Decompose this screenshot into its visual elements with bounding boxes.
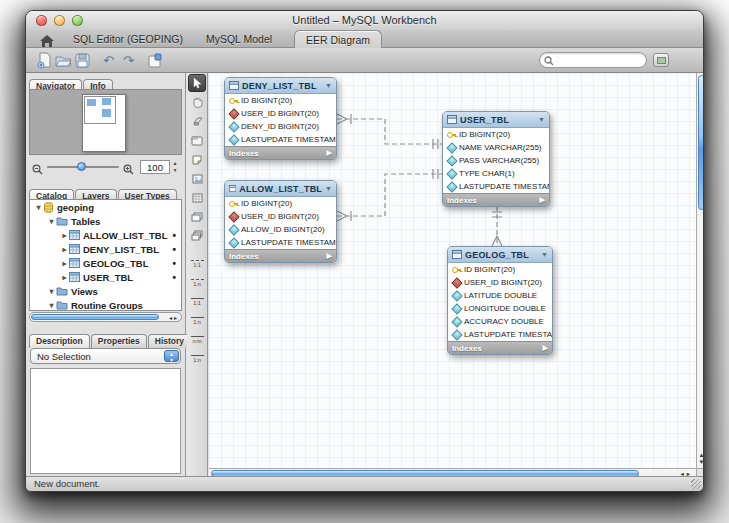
tree-item-views[interactable]: ▾ Views bbox=[30, 284, 181, 298]
open-model-icon[interactable] bbox=[55, 52, 72, 69]
column-row[interactable]: LASTUPDATE TIMESTAMP bbox=[443, 180, 549, 193]
expand-icon[interactable]: ▶ bbox=[543, 344, 548, 352]
collapse-icon[interactable]: ▼ bbox=[325, 185, 332, 192]
expand-icon[interactable]: ▶ bbox=[540, 196, 545, 204]
zoom-out-icon[interactable] bbox=[32, 161, 43, 179]
column-row[interactable]: USER_ID BIGINT(20) bbox=[448, 276, 552, 289]
home-icon[interactable] bbox=[40, 33, 54, 45]
column-row[interactable]: LASTUPDATE TIMESTAMP bbox=[225, 236, 336, 249]
column-row[interactable]: ID BIGINT(20) bbox=[225, 94, 336, 107]
resize-grip-icon[interactable] bbox=[691, 479, 701, 489]
tree-item-routine-groups[interactable]: ▾ Routine Groups bbox=[30, 298, 181, 311]
scrollbar-arrows[interactable]: ◂▸ bbox=[169, 314, 179, 321]
column-row[interactable]: USER_ID BIGINT(20) bbox=[225, 210, 336, 223]
tree-item-table[interactable]: ▸ USER_TBL • bbox=[30, 270, 181, 284]
tab-description[interactable]: Description bbox=[29, 334, 90, 348]
rel-1to1-id-tool[interactable]: 1:1 bbox=[188, 293, 207, 310]
search-field[interactable] bbox=[539, 52, 647, 68]
tab-properties[interactable]: Properties bbox=[91, 334, 147, 348]
tree-item-tables[interactable]: ▾ Tables bbox=[30, 214, 181, 228]
column-row[interactable]: ID BIGINT(20) bbox=[448, 263, 552, 276]
column-row[interactable]: DENY_ID BIGINT(20) bbox=[225, 120, 336, 133]
routine-group-tool[interactable] bbox=[188, 227, 207, 244]
column-row[interactable]: ID BIGINT(20) bbox=[443, 128, 549, 141]
scrollbar-thumb[interactable] bbox=[698, 75, 704, 210]
zoom-slider-knob[interactable] bbox=[77, 162, 86, 171]
catalog-horizontal-scrollbar[interactable]: ◂▸ bbox=[29, 312, 182, 322]
table-header[interactable]: GEOLOG_TBL ▼ bbox=[448, 247, 552, 263]
tree-item-table[interactable]: ▸ ALLOW_LIST_TBL • bbox=[30, 228, 181, 242]
collapse-icon[interactable]: ▼ bbox=[325, 82, 332, 89]
search-input[interactable] bbox=[556, 54, 642, 66]
table-figure-deny-list[interactable]: DENY_LIST_TBL ▼ ID BIGINT(20) USER_ID BI… bbox=[224, 77, 337, 160]
expand-icon[interactable]: ▶ bbox=[327, 252, 332, 260]
zoom-in-icon[interactable] bbox=[123, 161, 134, 179]
tab-mysql-model[interactable]: MySQL Model bbox=[194, 30, 284, 48]
disclosure-closed-icon[interactable]: ▸ bbox=[60, 231, 69, 240]
redo-icon[interactable]: ↷ bbox=[120, 52, 137, 69]
layer-tool[interactable] bbox=[188, 132, 207, 149]
view-tool[interactable] bbox=[188, 208, 207, 225]
table-tool[interactable] bbox=[188, 189, 207, 206]
rel-1ton-existing-tool[interactable]: 1:n bbox=[188, 350, 207, 367]
column-row[interactable]: LASTUPDATE TIMESTAMP bbox=[225, 133, 336, 146]
hand-tool[interactable] bbox=[188, 94, 207, 111]
scrollbar-arrows[interactable]: ▲▼ bbox=[697, 452, 704, 466]
zoom-slider[interactable] bbox=[47, 166, 119, 168]
disclosure-closed-icon[interactable]: ▸ bbox=[60, 273, 69, 282]
tab-history[interactable]: History bbox=[148, 334, 191, 348]
new-document-icon[interactable] bbox=[36, 52, 53, 69]
indexes-bar[interactable]: Indexes▶ bbox=[443, 193, 549, 206]
column-row[interactable]: PASS VARCHAR(255) bbox=[443, 154, 549, 167]
save-model-icon[interactable] bbox=[74, 52, 91, 69]
table-figure-user[interactable]: USER_TBL ▼ ID BIGINT(20) NAME VARCHAR(25… bbox=[442, 111, 550, 207]
column-row[interactable]: USER_ID BIGINT(20) bbox=[225, 107, 336, 120]
indexes-bar[interactable]: Indexes▶ bbox=[225, 146, 336, 159]
table-header[interactable]: ALLOW_LIST_TBL ▼ bbox=[225, 181, 336, 197]
note-tool[interactable] bbox=[188, 151, 207, 168]
rel-1to1-nonid-tool[interactable]: 1:1 bbox=[188, 255, 207, 272]
rel-ntom-tool[interactable]: n:m bbox=[188, 331, 207, 348]
collapse-icon[interactable]: ▼ bbox=[538, 116, 545, 123]
column-row[interactable]: ACCURACY DOUBLE bbox=[448, 315, 552, 328]
indexes-bar[interactable]: Indexes▶ bbox=[225, 249, 336, 262]
column-row[interactable]: ID BIGINT(20) bbox=[225, 197, 336, 210]
navigator-panel[interactable] bbox=[29, 89, 182, 155]
disclosure-closed-icon[interactable]: ▸ bbox=[60, 245, 69, 254]
table-header[interactable]: USER_TBL ▼ bbox=[443, 112, 549, 128]
tree-item-table[interactable]: ▸ DENY_LIST_TBL • bbox=[30, 242, 181, 256]
disclosure-closed-icon[interactable]: ▸ bbox=[60, 259, 69, 268]
column-row[interactable]: LONGITUDE DOUBLE bbox=[448, 302, 552, 315]
collapse-icon[interactable]: ▼ bbox=[541, 251, 548, 258]
toggle-sidebar-button[interactable] bbox=[653, 53, 669, 67]
expand-icon[interactable]: ▶ bbox=[327, 149, 332, 157]
image-tool[interactable] bbox=[188, 170, 207, 187]
scrollbar-thumb[interactable] bbox=[31, 314, 159, 320]
column-row[interactable]: TYPE CHAR(1) bbox=[443, 167, 549, 180]
indexes-bar[interactable]: Indexes▶ bbox=[448, 341, 552, 354]
rel-1ton-nonid-tool[interactable]: 1:n bbox=[188, 274, 207, 291]
canvas-vertical-scrollbar[interactable]: ▲▼ bbox=[696, 73, 704, 468]
disclosure-open-icon[interactable]: ▾ bbox=[34, 203, 43, 212]
tree-item-schema[interactable]: ▾ geoping bbox=[30, 200, 181, 214]
zoom-stepper[interactable]: ▲▼ bbox=[171, 160, 179, 174]
selection-dropdown[interactable]: No Selection ▲▼ bbox=[30, 348, 181, 364]
zoom-value-field[interactable]: 100 bbox=[140, 160, 170, 174]
tab-eer-diagram[interactable]: EER Diagram bbox=[294, 30, 382, 48]
column-row[interactable]: LATITUDE DOUBLE bbox=[448, 289, 552, 302]
new-diagram-icon[interactable] bbox=[146, 52, 163, 69]
table-figure-allow-list[interactable]: ALLOW_LIST_TBL ▼ ID BIGINT(20) USER_ID B… bbox=[224, 180, 337, 263]
diagram-canvas[interactable]: DENY_LIST_TBL ▼ ID BIGINT(20) USER_ID BI… bbox=[209, 73, 696, 468]
tab-sql-editor[interactable]: SQL Editor (GEOPING) bbox=[68, 30, 188, 48]
disclosure-open-icon[interactable]: ▾ bbox=[47, 287, 56, 296]
title-bar[interactable]: Untitled – MySQL Workbench bbox=[26, 11, 703, 30]
rel-1ton-id-tool[interactable]: 1:n bbox=[188, 312, 207, 329]
description-text-area[interactable] bbox=[30, 368, 181, 474]
column-row[interactable]: ALLOW_ID BIGINT(20) bbox=[225, 223, 336, 236]
select-tool[interactable] bbox=[188, 74, 206, 92]
tree-item-table[interactable]: ▸ GEOLOG_TBL • bbox=[30, 256, 181, 270]
column-row[interactable]: NAME VARCHAR(255) bbox=[443, 141, 549, 154]
undo-icon[interactable]: ↶ bbox=[100, 52, 117, 69]
table-header[interactable]: DENY_LIST_TBL ▼ bbox=[225, 78, 336, 94]
disclosure-open-icon[interactable]: ▾ bbox=[47, 301, 56, 310]
